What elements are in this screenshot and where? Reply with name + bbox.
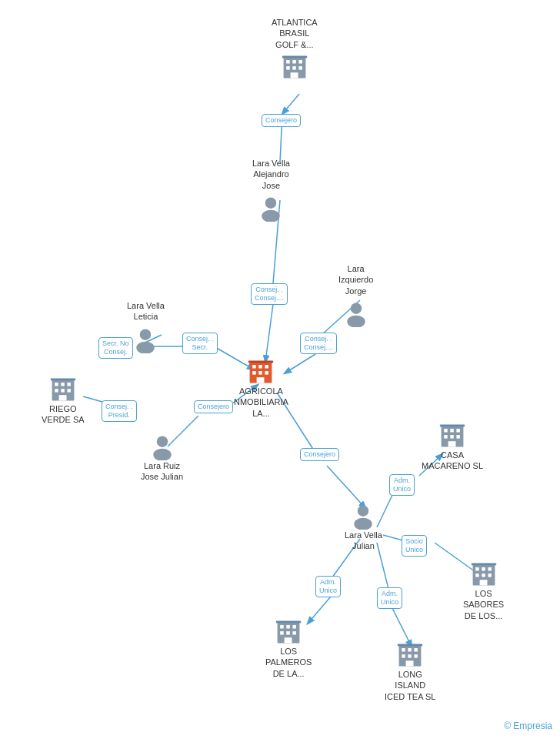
svg-point-66 (358, 506, 368, 517)
svg-rect-58 (444, 429, 448, 433)
badge-consej-presid[interactable]: Consej. .Presid. (102, 400, 137, 422)
badge-socio-unico[interactable]: SocioUnico (402, 535, 427, 557)
svg-rect-82 (408, 654, 412, 658)
svg-rect-38 (253, 365, 257, 369)
badge-consej-2[interactable]: Consej. .Consej.... (251, 283, 288, 305)
node-atlantica: ATLANTICA BRASIL GOLF &... (272, 17, 318, 81)
svg-point-67 (355, 518, 372, 530)
svg-rect-73 (286, 631, 290, 635)
svg-rect-39 (259, 365, 263, 369)
svg-rect-93 (479, 580, 487, 585)
label-casa-macareno: CASAMACARENO SL (422, 450, 483, 472)
badge-consej-secr[interactable]: Consej. .Secr. (182, 333, 218, 354)
badge-adm-unico-11[interactable]: Adm.Unico (315, 576, 341, 597)
svg-rect-30 (282, 55, 307, 58)
svg-rect-29 (290, 72, 298, 78)
badge-consej-3[interactable]: Consej. .Consej.... (300, 333, 337, 354)
svg-line-0 (282, 94, 299, 114)
label-agricola: AGRICOLANMOBILIARIALA... (234, 386, 288, 419)
svg-rect-78 (402, 648, 405, 652)
person-icon-lara-alejandro (257, 194, 285, 222)
svg-rect-65 (440, 425, 465, 427)
label-lara-leticia: Lara VellaLeticia (127, 300, 165, 323)
svg-rect-81 (402, 654, 405, 658)
node-casa-macareno: CASAMACARENO SL (422, 422, 483, 475)
badge-consejero-8[interactable]: Consejero (300, 448, 339, 461)
svg-rect-72 (280, 631, 284, 635)
building-icon-atlantica (281, 53, 308, 81)
badge-secr-no-consej[interactable]: Secr. NoConsej. (98, 337, 133, 359)
svg-rect-75 (285, 637, 292, 643)
svg-rect-64 (448, 441, 456, 446)
svg-rect-41 (253, 371, 257, 375)
building-icon-sabores (470, 560, 498, 588)
svg-point-56 (153, 449, 171, 460)
badge-adm-unico-9[interactable]: Adm.Unico (389, 474, 415, 496)
svg-rect-40 (265, 365, 269, 369)
svg-point-35 (140, 329, 151, 339)
svg-rect-71 (293, 625, 297, 629)
node-agricola: AGRICOLANMOBILIARIALA... (234, 358, 288, 422)
node-los-sabores: LOSSABORESDE LOS... (463, 560, 504, 624)
label-atlantica: ATLANTICA BRASIL GOLF &... (272, 17, 318, 50)
badge-consejero-7[interactable]: Consejero (194, 400, 233, 413)
watermark: © Empresia (504, 721, 552, 731)
svg-rect-76 (276, 621, 301, 624)
label-lara-izquierdo: LaraIzquierdoJorge (338, 263, 373, 296)
label-palmeros: LOSPALMEROSDE LA... (265, 646, 312, 679)
svg-rect-89 (488, 567, 492, 571)
svg-rect-48 (61, 383, 65, 386)
svg-rect-85 (398, 644, 422, 647)
svg-rect-63 (456, 435, 460, 439)
svg-rect-23 (286, 60, 290, 64)
svg-rect-26 (286, 66, 290, 70)
node-riego-verde: RIEGOVERDE SA (42, 376, 85, 429)
label-sabores: LOSSABORESDE LOS... (463, 588, 504, 621)
badge-adm-unico-12[interactable]: Adm.Unico (377, 587, 402, 609)
person-icon-lara-leticia (132, 326, 159, 353)
svg-rect-74 (293, 631, 297, 635)
svg-point-34 (347, 316, 365, 327)
svg-rect-92 (488, 573, 492, 577)
svg-rect-51 (61, 389, 65, 393)
building-icon-casa-macareno (438, 422, 466, 450)
svg-rect-91 (482, 573, 485, 577)
svg-rect-62 (450, 435, 454, 439)
svg-line-5 (285, 354, 315, 373)
label-long-island: LONGISLANDICED TEA SL (385, 669, 435, 702)
node-long-island: LONGISLANDICED TEA SL (385, 641, 435, 705)
svg-rect-88 (482, 567, 485, 571)
person-icon-lara-julian (349, 502, 377, 530)
svg-rect-25 (298, 60, 302, 64)
svg-rect-54 (51, 379, 75, 381)
svg-rect-60 (456, 429, 460, 433)
label-riego: RIEGOVERDE SA (42, 403, 85, 426)
svg-rect-79 (408, 648, 412, 652)
svg-point-33 (350, 303, 361, 313)
svg-rect-53 (58, 395, 66, 400)
svg-rect-69 (280, 625, 284, 629)
watermark-text: © Empresia (504, 721, 552, 731)
svg-rect-84 (406, 660, 414, 666)
badge-consejero-1[interactable]: Consejero (262, 114, 301, 127)
person-icon-lara-ruiz (148, 433, 176, 460)
svg-rect-59 (450, 429, 454, 433)
building-icon-palmeros (275, 618, 302, 646)
svg-rect-90 (475, 573, 479, 577)
person-icon-lara-izquierdo (342, 299, 370, 327)
svg-rect-24 (292, 60, 296, 64)
svg-rect-61 (444, 435, 448, 439)
building-icon-agricola (247, 358, 275, 386)
svg-rect-70 (286, 625, 290, 629)
svg-rect-87 (475, 567, 479, 571)
svg-point-36 (137, 341, 155, 353)
svg-rect-42 (259, 371, 263, 375)
svg-rect-80 (415, 648, 418, 652)
svg-rect-28 (298, 66, 302, 70)
node-los-palmeros: LOSPALMEROSDE LA... (265, 618, 312, 682)
node-lara-izquierdo: LaraIzquierdoJorge (338, 263, 373, 327)
diagram-container: ATLANTICA BRASIL GOLF &... Lara VellaAle… (0, 0, 560, 739)
svg-rect-27 (292, 66, 296, 70)
svg-rect-45 (248, 361, 273, 363)
svg-line-3 (265, 304, 273, 362)
